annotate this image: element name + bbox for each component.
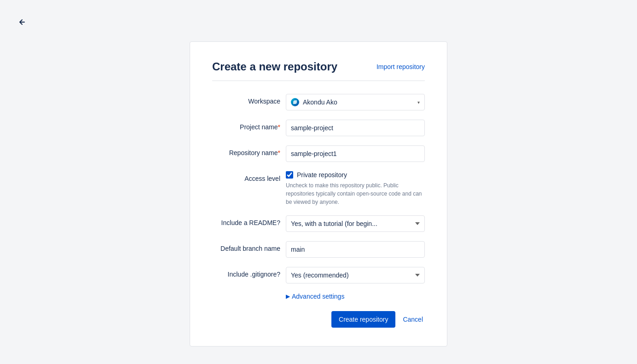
- access-level-control: Private repository Uncheck to make this …: [286, 171, 425, 206]
- advanced-settings-toggle[interactable]: ▶ Advanced settings: [286, 293, 425, 300]
- include-gitignore-select[interactable]: No Yes (recommended): [286, 267, 425, 283]
- back-button[interactable]: [15, 15, 29, 29]
- repository-name-input[interactable]: [286, 145, 425, 162]
- default-branch-control: [286, 241, 425, 258]
- create-repository-card: Create a new repository Import repositor…: [190, 41, 447, 347]
- project-name-label: Project name*: [212, 120, 286, 131]
- card-header: Create a new repository Import repositor…: [212, 60, 425, 81]
- include-readme-select[interactable]: No Yes, with a tutorial (for begin... Ye…: [286, 215, 425, 232]
- include-gitignore-row: Include .gitignore? No Yes (recommended): [212, 267, 425, 283]
- form-actions: Create repository Cancel: [212, 311, 425, 328]
- cancel-button[interactable]: Cancel: [401, 312, 425, 327]
- private-repository-checkbox-label[interactable]: Private repository: [286, 171, 425, 179]
- include-readme-control: No Yes, with a tutorial (for begin... Ye…: [286, 215, 425, 232]
- repository-name-control: [286, 145, 425, 162]
- default-branch-row: Default branch name: [212, 241, 425, 258]
- workspace-select-wrapper[interactable]: Akondu Ako ▾: [286, 94, 425, 110]
- private-repository-label: Private repository: [297, 171, 347, 179]
- include-gitignore-control: No Yes (recommended): [286, 267, 425, 283]
- private-repository-checkbox[interactable]: [286, 171, 293, 179]
- workspace-select[interactable]: Akondu Ako: [303, 98, 417, 106]
- access-level-description: Uncheck to make this repository public. …: [286, 181, 425, 206]
- access-level-label: Access level: [212, 171, 286, 182]
- default-branch-input[interactable]: [286, 241, 425, 258]
- import-repository-link[interactable]: Import repository: [376, 63, 425, 70]
- repository-name-label: Repository name*: [212, 145, 286, 156]
- access-level-row: Access level Private repository Uncheck …: [212, 171, 425, 206]
- advanced-settings-label: Advanced settings: [292, 293, 344, 300]
- project-name-row: Project name*: [212, 120, 425, 136]
- include-readme-row: Include a README? No Yes, with a tutoria…: [212, 215, 425, 232]
- default-branch-label: Default branch name: [212, 241, 286, 252]
- workspace-label: Workspace: [212, 94, 286, 105]
- create-repository-button[interactable]: Create repository: [331, 311, 395, 328]
- project-name-control: [286, 120, 425, 136]
- workspace-chevron-icon: ▾: [417, 100, 420, 105]
- workspace-row: Workspace Akondu Ako ▾: [212, 94, 425, 110]
- workspace-control: Akondu Ako ▾: [286, 94, 425, 110]
- chevron-right-icon: ▶: [286, 293, 290, 300]
- page-title: Create a new repository: [212, 60, 337, 73]
- include-gitignore-label: Include .gitignore?: [212, 267, 286, 278]
- include-readme-label: Include a README?: [212, 215, 286, 226]
- workspace-avatar-icon: [291, 98, 299, 106]
- repository-name-row: Repository name*: [212, 145, 425, 162]
- project-name-input[interactable]: [286, 120, 425, 136]
